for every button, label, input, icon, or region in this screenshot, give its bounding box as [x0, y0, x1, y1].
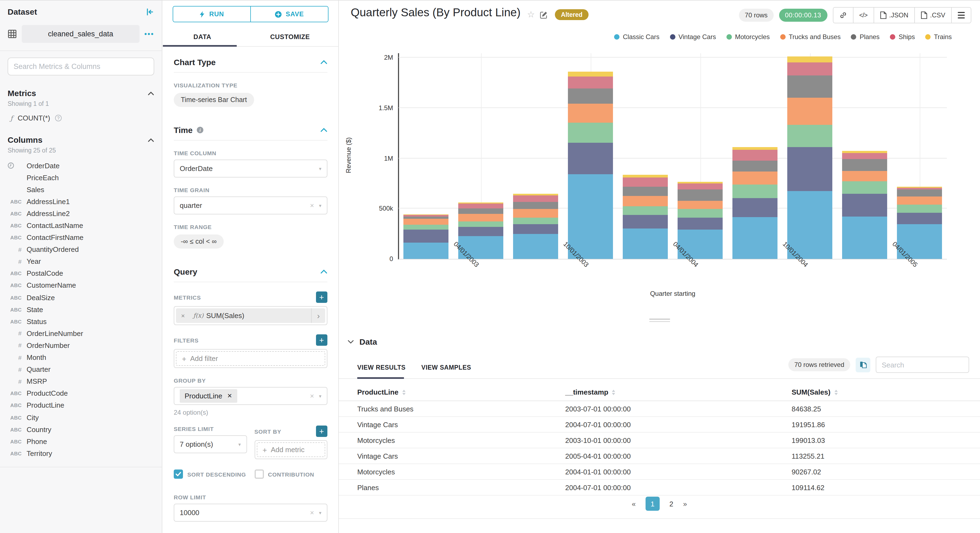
- bar-stack[interactable]: [403, 53, 449, 259]
- bar-segment[interactable]: [623, 187, 668, 196]
- bar-segment[interactable]: [623, 175, 668, 178]
- checkbox-unchecked-icon[interactable]: [255, 469, 264, 479]
- tab-data[interactable]: DATA: [163, 29, 242, 46]
- table-row[interactable]: Planes2004-07-01 00:00:00109114.62: [339, 480, 980, 496]
- bar-segment[interactable]: [403, 225, 449, 230]
- bar-stack[interactable]: [568, 53, 613, 259]
- bar-segment[interactable]: [678, 190, 723, 200]
- bar-stack[interactable]: [787, 53, 832, 259]
- remove-tag-icon[interactable]: ✕: [227, 392, 232, 399]
- legend-item[interactable]: Trucks and Buses: [780, 33, 841, 41]
- column-item[interactable]: ABCAddressLine2: [8, 208, 154, 220]
- bar-segment[interactable]: [842, 153, 887, 159]
- legend-item[interactable]: Classic Cars: [614, 33, 659, 41]
- bar-segment[interactable]: [458, 208, 503, 214]
- visualization-type-value[interactable]: Time-series Bar Chart: [174, 93, 254, 107]
- column-item[interactable]: ABCContactLastName: [8, 220, 154, 231]
- column-item[interactable]: #QuantityOrdered: [8, 243, 154, 255]
- bar-segment[interactable]: [678, 200, 723, 209]
- export-csv-button[interactable]: .CSV: [914, 8, 951, 23]
- dataset-name-chip[interactable]: cleaned_sales_data: [22, 25, 140, 43]
- bar-segment[interactable]: [732, 161, 778, 171]
- column-item[interactable]: ABCProductCode: [8, 388, 154, 399]
- bar-segment[interactable]: [403, 230, 449, 243]
- legend-item[interactable]: Ships: [890, 33, 915, 41]
- bar-segment[interactable]: [513, 224, 558, 234]
- chevron-right-icon[interactable]: ›: [311, 308, 325, 323]
- bar-segment[interactable]: [842, 181, 887, 194]
- embed-code-button[interactable]: </>: [853, 8, 873, 23]
- add-filter-button[interactable]: +: [316, 334, 328, 346]
- favorite-star-icon[interactable]: ☆: [527, 10, 535, 19]
- remove-metric-icon[interactable]: ×: [176, 312, 190, 320]
- column-item[interactable]: ABCTerritory: [8, 447, 154, 460]
- data-section-header[interactable]: Data: [347, 337, 377, 346]
- menu-button[interactable]: [951, 8, 971, 23]
- table-row[interactable]: Vintage Cars2005-04-01 00:00:00113255.21: [339, 448, 980, 464]
- altered-badge[interactable]: Altered: [555, 9, 588, 20]
- collapse-panel-icon[interactable]: [145, 7, 154, 16]
- bar-segment[interactable]: [623, 215, 668, 229]
- pagination-page-2[interactable]: 2: [670, 500, 673, 508]
- bar-segment[interactable]: [458, 214, 503, 221]
- column-item[interactable]: ABCDealSize: [8, 291, 154, 304]
- bar-segment[interactable]: [513, 209, 558, 218]
- add-sort-metric-dropzone[interactable]: + Add metric: [256, 442, 325, 457]
- copy-link-button[interactable]: [833, 8, 853, 23]
- sort-descending-checkbox[interactable]: SORT DESCENDING: [174, 470, 247, 479]
- column-item[interactable]: ABCProductLine: [8, 399, 154, 411]
- bar-segment[interactable]: [458, 227, 503, 236]
- bar-stack[interactable]: [678, 53, 723, 259]
- bar-stack[interactable]: [897, 53, 942, 259]
- group-by-tag[interactable]: ProductLine ✕: [180, 389, 237, 403]
- add-metric-button[interactable]: +: [316, 291, 328, 303]
- bar-segment[interactable]: [623, 206, 668, 215]
- export-json-button[interactable]: .JSON: [873, 8, 914, 23]
- column-item[interactable]: PriceEach: [8, 172, 154, 183]
- bar-segment[interactable]: [568, 72, 613, 76]
- bar-segment[interactable]: [842, 171, 887, 181]
- clear-icon[interactable]: ×: [310, 392, 314, 400]
- column-item[interactable]: ABCCustomerName: [8, 280, 154, 291]
- bar-segment[interactable]: [678, 209, 723, 218]
- bar-segment[interactable]: [623, 196, 668, 206]
- clear-icon[interactable]: ×: [310, 201, 314, 210]
- bar-segment[interactable]: [403, 243, 449, 259]
- bar-segment[interactable]: [678, 218, 723, 229]
- edit-title-icon[interactable]: [540, 11, 548, 19]
- bar-stack[interactable]: [732, 53, 778, 259]
- bar-segment[interactable]: [842, 216, 887, 259]
- run-button[interactable]: RUN: [173, 6, 250, 22]
- column-item[interactable]: ABCContactFirstName: [8, 231, 154, 243]
- bar-segment[interactable]: [403, 214, 449, 215]
- column-item[interactable]: OrderDate: [8, 159, 154, 172]
- bar-segment[interactable]: [568, 143, 613, 175]
- bar-segment[interactable]: [513, 194, 558, 196]
- time-grain-select[interactable]: quarter × ▾: [174, 196, 328, 215]
- table-row[interactable]: Motorcycles2004-01-01 00:00:0090267.02: [339, 464, 980, 480]
- bar-segment[interactable]: [568, 175, 613, 259]
- pagination-page-1[interactable]: 1: [646, 496, 660, 511]
- add-filter-dropzone[interactable]: + Add filter: [176, 351, 325, 366]
- column-item[interactable]: ABCPostalCode: [8, 267, 154, 280]
- add-sort-metric-button[interactable]: +: [316, 426, 328, 437]
- bar-segment[interactable]: [787, 147, 832, 191]
- bar-segment[interactable]: [842, 151, 887, 153]
- bar-segment[interactable]: [787, 62, 832, 75]
- bar-stack[interactable]: [458, 53, 503, 259]
- column-item[interactable]: ABCPhone: [8, 435, 154, 447]
- row-limit-select[interactable]: 10000 × ▾: [174, 504, 328, 522]
- tab-customize[interactable]: CUSTOMIZE: [242, 29, 338, 46]
- column-item[interactable]: #OrderLineNumber: [8, 328, 154, 339]
- bar-segment[interactable]: [732, 217, 778, 259]
- bar-segment[interactable]: [732, 185, 778, 198]
- bar-segment[interactable]: [897, 186, 942, 188]
- chevron-up-icon[interactable]: [148, 91, 154, 95]
- bar-segment[interactable]: [897, 196, 942, 205]
- bar-segment[interactable]: [842, 159, 887, 171]
- bar-segment[interactable]: [732, 150, 778, 161]
- time-range-value[interactable]: -∞ ≤ col < ∞: [174, 234, 224, 248]
- dataset-more-icon[interactable]: •••: [145, 30, 154, 38]
- bar-segment[interactable]: [568, 89, 613, 103]
- column-item[interactable]: #Quarter: [8, 363, 154, 375]
